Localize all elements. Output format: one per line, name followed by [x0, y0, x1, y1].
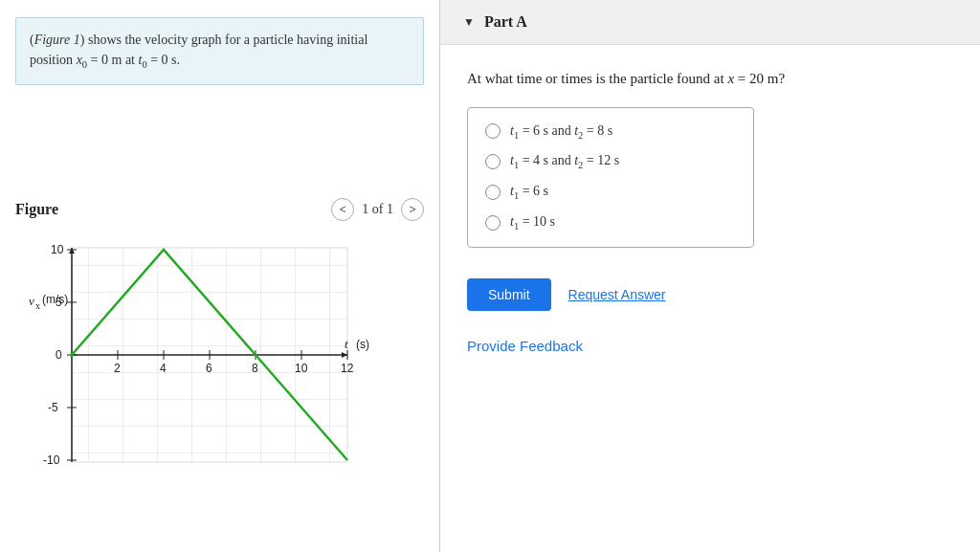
svg-text:12: 12: [341, 362, 354, 375]
figure-count: 1 of 1: [362, 202, 393, 217]
figure-header: Figure < 1 of 1 >: [0, 190, 439, 229]
radio-1[interactable]: [485, 123, 501, 139]
option-2[interactable]: t1 = 4 s and t2 = 12 s: [485, 153, 736, 170]
provide-feedback-link[interactable]: Provide Feedback: [440, 311, 980, 354]
svg-text:4: 4: [160, 362, 167, 375]
svg-text:x: x: [35, 300, 40, 311]
svg-text:8: 8: [252, 362, 258, 375]
option-3-text: t1 = 6 s: [510, 184, 548, 201]
svg-text:10: 10: [51, 243, 64, 256]
graph-area: v x (m/s) t (s) 10 5 0 -5: [0, 229, 439, 516]
svg-text:5: 5: [56, 296, 62, 309]
option-4[interactable]: t1 = 10 s: [485, 214, 736, 232]
velocity-graph: v x (m/s) t (s) 10 5 0 -5: [19, 238, 383, 506]
answer-options-box: t1 = 6 s and t2 = 8 s t1 = 4 s and t2 = …: [467, 107, 754, 248]
svg-text:-10: -10: [43, 453, 60, 467]
submit-button[interactable]: Submit: [467, 278, 551, 311]
option-4-text: t1 = 10 s: [510, 214, 555, 232]
svg-point-33: [70, 353, 74, 357]
svg-text:t: t: [345, 337, 348, 351]
figure-label: Figure: [15, 201, 331, 218]
part-header: ▼ Part A: [440, 0, 980, 45]
svg-text:0: 0: [56, 348, 62, 362]
next-figure-button[interactable]: >: [401, 198, 424, 221]
question-text: At what time or times is the particle fo…: [467, 68, 953, 90]
right-panel: ▼ Part A At what time or times is the pa…: [440, 0, 980, 552]
left-panel: (Figure 1) shows the velocity graph for …: [0, 0, 440, 552]
svg-text:(s): (s): [356, 338, 369, 351]
svg-text:-5: -5: [48, 401, 58, 414]
question-area: At what time or times is the particle fo…: [440, 45, 980, 263]
problem-text-content: (Figure 1) shows the velocity graph for …: [30, 33, 368, 67]
part-collapse-arrow[interactable]: ▼: [463, 15, 475, 30]
svg-text:v: v: [29, 294, 34, 308]
option-1[interactable]: t1 = 6 s and t2 = 8 s: [485, 123, 736, 141]
radio-3[interactable]: [485, 185, 501, 200]
part-title: Part A: [484, 13, 527, 31]
radio-4[interactable]: [485, 215, 501, 231]
svg-text:2: 2: [114, 362, 121, 375]
option-3[interactable]: t1 = 6 s: [485, 184, 736, 201]
option-1-text: t1 = 6 s and t2 = 8 s: [510, 123, 612, 141]
figure-nav: < 1 of 1 >: [331, 198, 424, 221]
svg-text:10: 10: [295, 362, 308, 375]
svg-text:6: 6: [206, 362, 212, 375]
request-answer-link[interactable]: Request Answer: [568, 287, 666, 302]
radio-2[interactable]: [485, 154, 501, 169]
prev-figure-button[interactable]: <: [331, 198, 354, 221]
action-row: Submit Request Answer: [440, 263, 980, 311]
option-2-text: t1 = 4 s and t2 = 12 s: [510, 153, 619, 170]
problem-text: (Figure 1) shows the velocity graph for …: [15, 17, 424, 85]
